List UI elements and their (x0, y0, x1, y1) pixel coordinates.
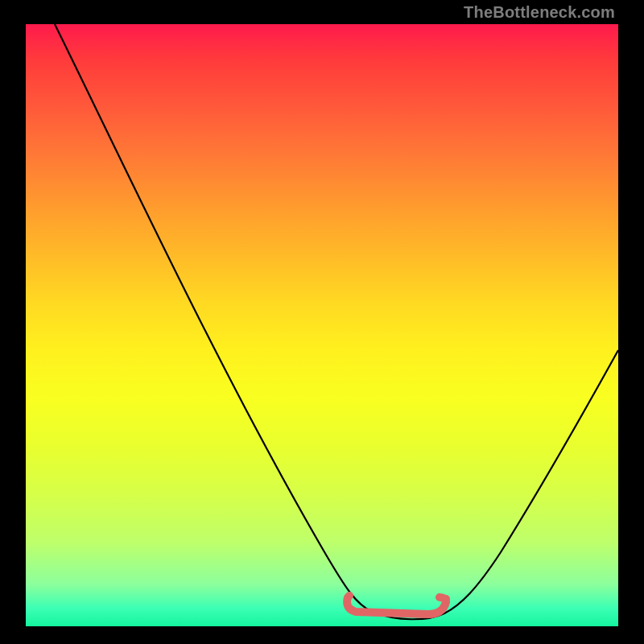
curve-path (55, 24, 618, 619)
watermark-text: TheBottleneck.com (464, 3, 615, 22)
bottleneck-curve (26, 24, 618, 626)
marker-dot-left-icon (345, 592, 353, 600)
chart-frame: TheBottleneck.com (0, 0, 644, 644)
marker-dot-right-icon (442, 595, 450, 603)
flat-min-marker-icon (347, 597, 446, 614)
plot-area (26, 24, 618, 626)
